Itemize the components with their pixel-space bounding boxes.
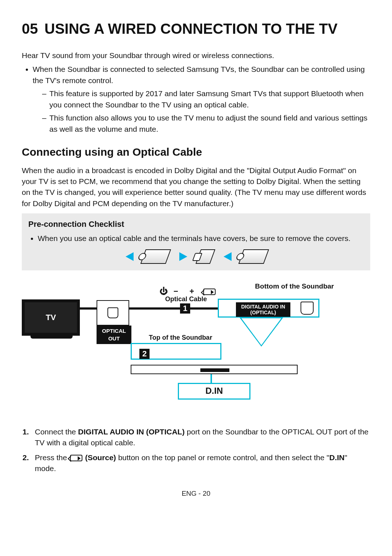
- step-item: 2. Press the (Source) button on the top …: [33, 452, 370, 474]
- din-mode-text: D.IN: [205, 385, 223, 397]
- step-badge-1: 1: [180, 303, 190, 314]
- tv-label: TV: [46, 312, 56, 323]
- soundbar-body-icon: [131, 365, 298, 374]
- top-bullet-list: When the Soundbar is connected to select…: [22, 64, 370, 135]
- section-title-text: USING A WIRED CONNECTION TO THE TV: [45, 21, 338, 37]
- section-number: 05: [22, 21, 38, 37]
- label-bottom-soundbar: Bottom of the Soundbar: [255, 281, 334, 291]
- section-heading: 05USING A WIRED CONNECTION TO THE TV: [22, 18, 370, 39]
- optical-intro-paragraph: When the audio in a broadcast is encoded…: [22, 165, 370, 209]
- step-bold: DIGITAL AUDIO IN (OPTICAL): [78, 428, 185, 436]
- page-footer: ENG - 20: [22, 488, 370, 499]
- din-callout-connector: [211, 374, 212, 383]
- checklist-item: When you use an optical cable and the te…: [38, 233, 364, 244]
- din-port-line1: DIGITAL AUDIO IN: [241, 304, 285, 310]
- plug-with-cap-icon: [238, 249, 269, 264]
- callout-pointer-icon: [240, 318, 283, 347]
- arrow-left-icon: [224, 252, 232, 261]
- cable-cover-diagram: [28, 249, 364, 264]
- tv-icon: TV: [22, 299, 80, 336]
- step-text: Press the: [35, 453, 69, 462]
- connection-diagram: Bottom of the Soundbar Optical Cable Top…: [22, 281, 370, 419]
- step-item: 1. Connect the DIGITAL AUDIO IN (OPTICAL…: [33, 426, 370, 449]
- arrow-left-icon: [126, 252, 134, 261]
- volume-up-icon: +: [189, 286, 194, 297]
- source-icon: [70, 455, 82, 461]
- digital-audio-in-label: DIGITAL AUDIO IN (OPTICAL): [236, 302, 290, 317]
- dash-list: This feature is supported by 2017 and la…: [33, 88, 370, 135]
- plug-with-cap-icon: [140, 249, 171, 264]
- step-bold: (Source): [85, 453, 116, 462]
- optical-out-label: OPTICAL OUT: [97, 326, 131, 344]
- tv-optical-out-port-icon: [97, 300, 129, 326]
- subheading-optical: Connecting using an Optical Cable: [22, 144, 370, 160]
- dash-item: This function also allows you to use the…: [42, 113, 370, 135]
- step-number: 1.: [23, 426, 29, 437]
- power-icon: ⏻: [160, 286, 168, 297]
- din-port-line2: (OPTICAL): [250, 310, 276, 315]
- din-mode-display: D.IN: [178, 383, 250, 400]
- plug-open-icon: [196, 249, 216, 264]
- numbered-steps: 1. Connect the DIGITAL AUDIO IN (OPTICAL…: [22, 426, 370, 474]
- step-number: 2.: [23, 452, 29, 463]
- checklist-title: Pre-connection Checklist: [28, 218, 364, 230]
- top-bullet: When the Soundbar is connected to select…: [33, 64, 370, 135]
- intro-paragraph: Hear TV sound from your Soundbar through…: [22, 50, 370, 61]
- dash-item: This feature is supported by 2017 and la…: [42, 88, 370, 110]
- volume-down-icon: −: [173, 286, 178, 297]
- checklist-list: When you use an optical cable and the te…: [28, 233, 364, 244]
- optical-port-icon: [301, 302, 314, 315]
- source-icon: [203, 286, 216, 297]
- step-bold: D.IN: [329, 453, 344, 462]
- top-bullet-text: When the Soundbar is connected to select…: [33, 65, 365, 84]
- label-top-soundbar: Top of the Soundbar: [149, 333, 212, 342]
- checklist-box: Pre-connection Checklist When you use an…: [22, 213, 370, 270]
- step-text: Connect the: [35, 428, 78, 436]
- tv-stand-icon: [30, 336, 73, 339]
- soundbar-control-panel: [131, 343, 261, 365]
- step-badge-2: 2: [139, 349, 150, 359]
- step-text: button on the top panel or remote contro…: [116, 453, 330, 462]
- arrow-right-icon: [179, 252, 187, 261]
